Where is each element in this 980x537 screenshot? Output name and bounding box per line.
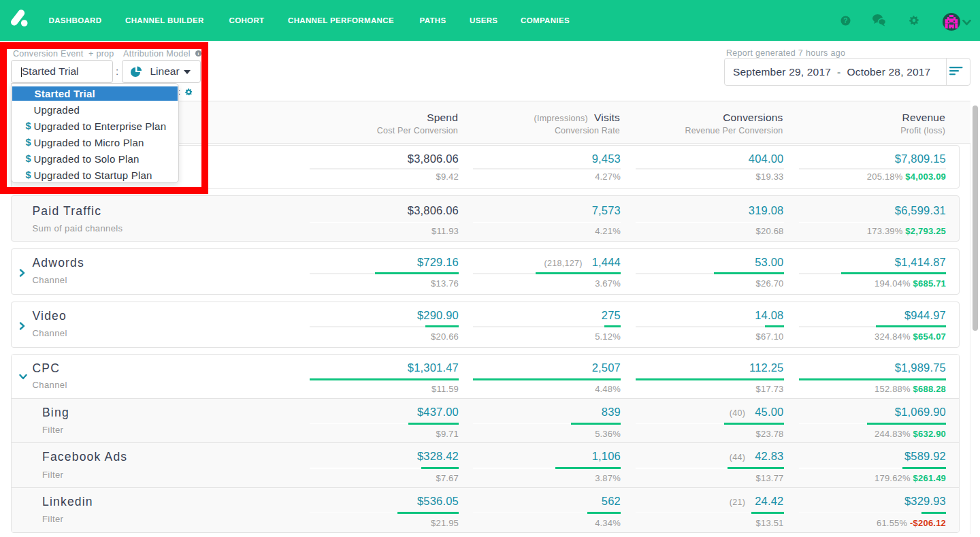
- svg-text:?: ?: [843, 16, 847, 25]
